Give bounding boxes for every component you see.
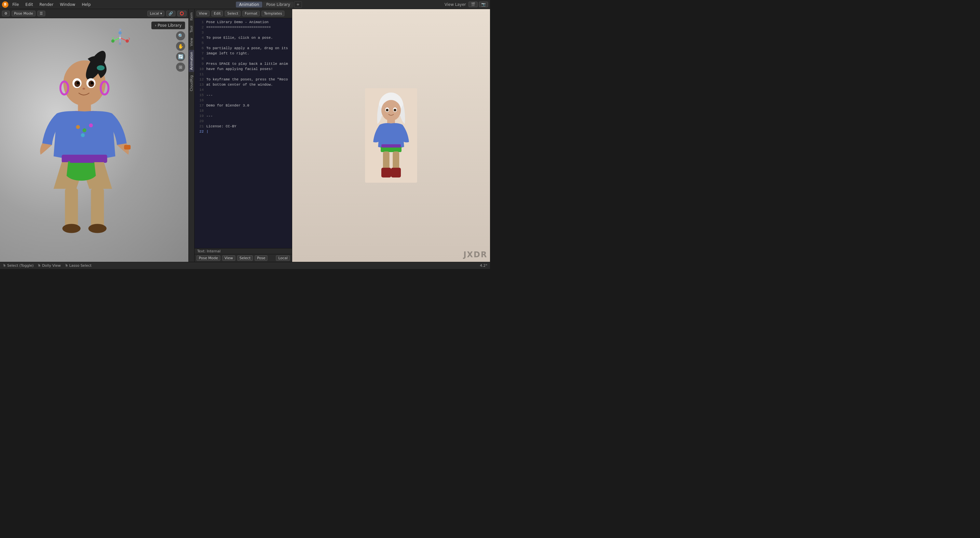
side-tab-animation[interactable]: Animation <box>189 50 194 72</box>
menu-file[interactable]: File <box>10 2 21 8</box>
status-left: 🖱 Select (Toggle) <box>3 263 33 268</box>
scene-btn[interactable]: 🎬 <box>469 2 478 7</box>
text-line-19: 19--- <box>196 113 291 118</box>
svg-rect-21 <box>91 188 104 227</box>
svg-point-13 <box>76 125 80 129</box>
text-pose-mode-btn[interactable]: Pose Mode <box>197 255 220 261</box>
text-line-13: 13at bottom center of the window. <box>196 82 291 87</box>
svg-point-30 <box>119 37 121 39</box>
text-editor-toolbar: View Edit Select Format Templates <box>194 9 292 18</box>
text-internal-status: Text: Internal <box>194 248 292 254</box>
svg-point-7 <box>77 82 80 85</box>
status-middle: 🖱 Dolly View <box>37 263 60 268</box>
svg-rect-18 <box>70 158 94 163</box>
status-bar: 🖱 Select (Toggle) 🖱 Dolly View 🖱 Lasso S… <box>0 262 490 269</box>
zoom-btn[interactable]: 🔍 <box>176 31 185 40</box>
text-templates-btn[interactable]: Templates <box>262 11 284 16</box>
text-line-5: 5 <box>196 40 291 46</box>
orientation-gizmo[interactable]: Z X Y <box>110 28 130 48</box>
viewport-toolbar: ⚙ Pose Mode ☰ Local ▾ 🔗 ⭕ <box>0 9 188 18</box>
text-select-btn[interactable]: Select <box>225 11 240 16</box>
mode-toggle[interactable]: ⚙ <box>2 11 10 16</box>
svg-point-9 <box>83 88 85 89</box>
svg-rect-48 <box>391 168 401 177</box>
text-line-17: 17Demo for Blender 3.0 <box>196 103 291 108</box>
text-line-10: 10have fun applying facial poses! <box>196 66 291 72</box>
mouse-left-icon: 🖱 <box>3 263 6 268</box>
proportional-btn[interactable]: ⭕ <box>177 11 186 16</box>
text-line-6: 6To partially apply a pose, drag on its <box>196 46 291 51</box>
text-line-12: 12To keyframe the poses, press the "Reco <box>196 77 291 82</box>
svg-point-33 <box>111 39 115 43</box>
view-layer-label: View Layer <box>444 2 466 7</box>
text-editor-content[interactable]: 1Pose Library Demo - Animation 2========… <box>194 18 292 248</box>
status-left-text: Select (Toggle) <box>7 263 33 268</box>
pose-library-toggle[interactable]: › Pose Library <box>151 21 185 29</box>
text-view-btn[interactable]: View <box>197 11 210 16</box>
side-tab-tool[interactable]: Tool <box>189 24 194 35</box>
snap-btn[interactable]: 🔗 <box>166 11 175 16</box>
text-line-22: 22| <box>196 129 291 134</box>
workspace-tabs: Animation Pose Library + <box>236 1 302 8</box>
grab-btn[interactable]: ✋ <box>176 42 185 51</box>
workspace-tab-add[interactable]: + <box>294 1 302 8</box>
menu-render[interactable]: Render <box>37 2 56 8</box>
list-mode-btn[interactable]: ☰ <box>37 11 45 16</box>
svg-rect-45 <box>383 152 390 169</box>
side-tab-item[interactable]: Item <box>189 10 194 22</box>
pose-mode-btn[interactable]: Pose Mode <box>12 11 35 16</box>
status-coords: 4.2° <box>480 263 487 268</box>
text-line-7: 7image left to right. <box>196 51 291 56</box>
svg-point-15 <box>89 123 93 127</box>
mouse-mid-icon: 🖱 <box>37 263 41 268</box>
svg-point-31 <box>118 31 122 35</box>
status-right-text: Lasso Select <box>69 263 92 268</box>
svg-rect-46 <box>393 152 399 169</box>
text-line-2: 2============================== <box>196 25 291 30</box>
svg-point-32 <box>126 39 129 43</box>
grid-btn[interactable]: ⊞ <box>176 62 185 72</box>
orbit-btn[interactable]: 🔄 <box>176 52 185 61</box>
text-bottom-view[interactable]: View <box>222 255 235 261</box>
svg-point-41 <box>394 109 396 112</box>
viewport-side-icons: 🔍 ✋ 🔄 ⊞ <box>176 31 185 72</box>
status-middle-text: Dolly View <box>42 263 60 268</box>
svg-rect-20 <box>65 188 78 227</box>
svg-point-34 <box>119 42 121 45</box>
blender-logo[interactable]: B <box>2 1 8 8</box>
text-line-21: 21License: CC-BY <box>196 124 291 129</box>
mouse-right-icon: 🖱 <box>65 263 68 268</box>
pose-preview-character <box>365 88 417 183</box>
side-tabs: Item Tool View Animation CloudRig <box>189 9 194 262</box>
text-line-11: 11 <box>196 72 291 77</box>
text-bottom-select[interactable]: Select <box>237 255 253 261</box>
svg-rect-47 <box>381 168 391 177</box>
side-tab-cloudrig[interactable]: CloudRig <box>189 73 194 93</box>
menu-edit[interactable]: Edit <box>23 2 35 8</box>
svg-point-16 <box>81 133 85 137</box>
top-bar: B File Edit Render Window Help Animation… <box>0 0 490 9</box>
text-editor: View Edit Select Format Templates 1Pose … <box>194 9 292 262</box>
menu-help[interactable]: Help <box>79 2 93 8</box>
text-line-4: 4To pose Ellie, click on a pose. <box>196 35 291 40</box>
text-line-18: 18 <box>196 108 291 113</box>
pose-watermark: JXDR <box>463 250 487 259</box>
pose-preview-canvas: JXDR <box>292 9 490 262</box>
workspace-tab-pose-library[interactable]: Pose Library <box>263 2 293 8</box>
menu-window[interactable]: Window <box>57 2 78 8</box>
workspace-tab-animation[interactable]: Animation <box>236 2 262 8</box>
text-editor-bottom-bar: Pose Mode View Select Pose Local <box>194 254 292 262</box>
text-edit-btn[interactable]: Edit <box>212 11 223 16</box>
side-tab-view[interactable]: View <box>189 36 194 48</box>
local-btn[interactable]: Local ▾ <box>147 11 164 16</box>
svg-point-23 <box>89 224 107 233</box>
text-local-btn[interactable]: Local <box>276 255 290 261</box>
camera-btn[interactable]: 📷 <box>479 2 488 7</box>
text-format-btn[interactable]: Format <box>242 11 259 16</box>
viewport-area: ⚙ Pose Mode ☰ Local ▾ 🔗 ⭕ <box>0 9 189 262</box>
text-line-14: 14 <box>196 87 291 93</box>
svg-point-14 <box>83 128 86 132</box>
viewport-canvas[interactable]: Z X Y 🔍 ✋ 🔄 ⊞ <box>0 18 188 262</box>
viewport-gizmo: Z X Y <box>110 28 130 48</box>
text-bottom-pose[interactable]: Pose <box>255 255 267 261</box>
